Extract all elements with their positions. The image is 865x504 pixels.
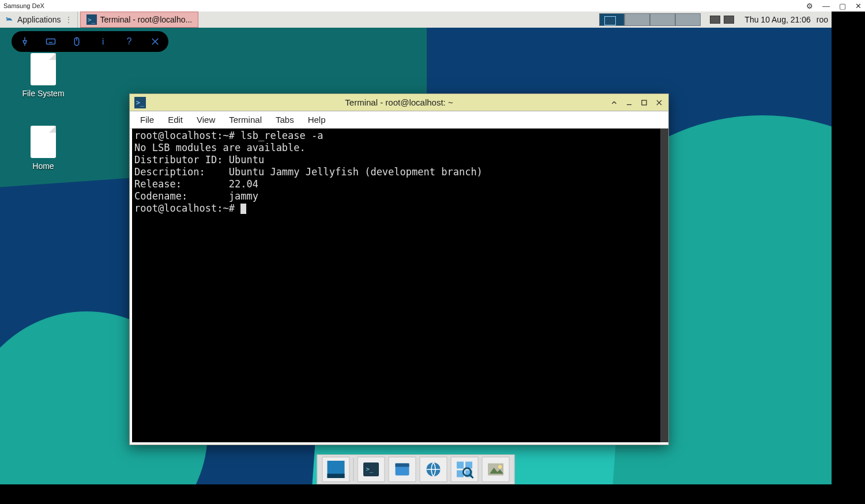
desktop-icon-label: Home — [12, 161, 75, 171]
taskbar-item-label: Terminal - root@localho... — [100, 15, 193, 24]
terminal-line: No LSB modules are available. — [134, 142, 306, 153]
dex-close-button[interactable]: ✕ — [855, 2, 862, 10]
dex-minimize-button[interactable]: — — [822, 2, 830, 10]
keyboard-icon[interactable] — [42, 33, 59, 50]
desktop-icon-label: File System — [12, 89, 75, 98]
menu-tabs[interactable]: Tabs — [270, 113, 300, 126]
svg-rect-5 — [642, 100, 646, 105]
mouse-icon[interactable] — [68, 33, 85, 50]
display-icon[interactable] — [710, 16, 720, 24]
xfce-panel: Applications ⋮ >_ Terminal - root@localh… — [0, 12, 832, 28]
dock-separator — [353, 458, 354, 481]
window-shade-button[interactable] — [608, 97, 620, 108]
dock-search[interactable] — [451, 457, 479, 482]
xfce-dock: >_ — [317, 454, 515, 484]
dock-show-desktop[interactable] — [322, 457, 350, 482]
menu-help[interactable]: Help — [302, 113, 332, 126]
svg-point-21 — [498, 465, 502, 469]
panel-username[interactable]: roo — [817, 15, 832, 24]
workspace-2[interactable] — [625, 13, 650, 26]
dex-right-margin — [832, 12, 865, 484]
workspace-switcher[interactable] — [599, 13, 701, 26]
terminal-scrollbar[interactable] — [660, 129, 668, 442]
menu-file[interactable]: File — [134, 113, 160, 126]
svg-rect-11 — [396, 464, 409, 467]
svg-line-18 — [470, 475, 473, 478]
dock-file-manager[interactable] — [389, 457, 416, 482]
terminal-cursor — [240, 204, 246, 214]
window-close-button[interactable] — [653, 97, 665, 108]
panel-grip-icon: ⋮ — [65, 15, 73, 24]
svg-point-0 — [6, 17, 8, 19]
terminal-line: root@localhost:~# lsb_release -a — [134, 130, 324, 141]
terminal-window[interactable]: >_ Terminal - root@localhost: ~ File Edi… — [129, 93, 669, 445]
window-titlebar[interactable]: >_ Terminal - root@localhost: ~ — [130, 94, 668, 111]
menu-terminal[interactable]: Terminal — [223, 113, 268, 126]
terminal-content[interactable]: root@localhost:~# lsb_release -a No LSB … — [132, 129, 666, 442]
window-title: Terminal - root@localhost: ~ — [130, 97, 668, 107]
dock-web-browser[interactable] — [420, 457, 447, 482]
desktop-icon-filesystem[interactable]: File System — [12, 53, 75, 98]
dex-titlebar: Samsung DeX ⚙ — ▢ ✕ — [0, 0, 865, 12]
menu-edit[interactable]: Edit — [162, 113, 189, 126]
file-icon — [31, 53, 56, 85]
terminal-prompt: root@localhost:~# — [134, 202, 240, 214]
workspace-3[interactable] — [650, 13, 675, 26]
terminal-line: Description: Ubuntu Jammy Jellyfish (dev… — [134, 166, 483, 178]
dex-title: Samsung DeX — [3, 2, 44, 9]
svg-rect-13 — [457, 462, 464, 469]
info-icon[interactable]: i — [95, 33, 112, 50]
system-tray — [705, 16, 739, 24]
help-icon[interactable]: ? — [121, 33, 138, 50]
dock-image-viewer[interactable] — [482, 457, 510, 482]
file-icon — [31, 126, 56, 158]
workspace-1[interactable] — [599, 13, 625, 26]
window-minimize-button[interactable] — [623, 97, 635, 108]
terminal-line: Release: 22.04 — [134, 178, 258, 190]
desktop-icon-home[interactable]: Home — [12, 126, 75, 171]
dex-maximize-button[interactable]: ▢ — [839, 2, 846, 10]
dock-terminal[interactable]: >_ — [358, 457, 385, 482]
dex-control-bubble[interactable]: i ? — [12, 31, 168, 52]
window-maximize-button[interactable] — [638, 97, 650, 108]
terminal-line: Codename: jammy — [134, 190, 258, 202]
terminal-icon: >_ — [86, 14, 97, 25]
display-icon[interactable] — [724, 16, 734, 24]
workspace-4[interactable] — [675, 13, 701, 26]
xfce-logo-icon — [5, 15, 14, 24]
menu-view[interactable]: View — [191, 113, 221, 126]
xfce-desktop[interactable]: Applications ⋮ >_ Terminal - root@localh… — [0, 12, 832, 484]
taskbar-item-terminal[interactable]: >_ Terminal - root@localho... — [80, 12, 199, 28]
svg-rect-7 — [328, 474, 345, 479]
applications-menu-label: Applications — [17, 15, 61, 24]
panel-clock[interactable]: Thu 10 Aug, 21:06 — [739, 15, 816, 24]
dex-bottom-margin — [0, 484, 865, 504]
applications-menu-button[interactable]: Applications ⋮ — [0, 12, 78, 28]
svg-rect-1 — [46, 39, 55, 44]
terminal-icon: >_ — [134, 97, 146, 108]
close-icon[interactable] — [146, 33, 164, 50]
dex-settings-icon[interactable]: ⚙ — [806, 2, 813, 10]
pin-icon[interactable] — [16, 33, 33, 50]
terminal-menubar: File Edit View Terminal Tabs Help — [130, 111, 668, 129]
terminal-line: Distributor ID: Ubuntu — [134, 154, 264, 166]
svg-text:>_: >_ — [366, 465, 374, 473]
